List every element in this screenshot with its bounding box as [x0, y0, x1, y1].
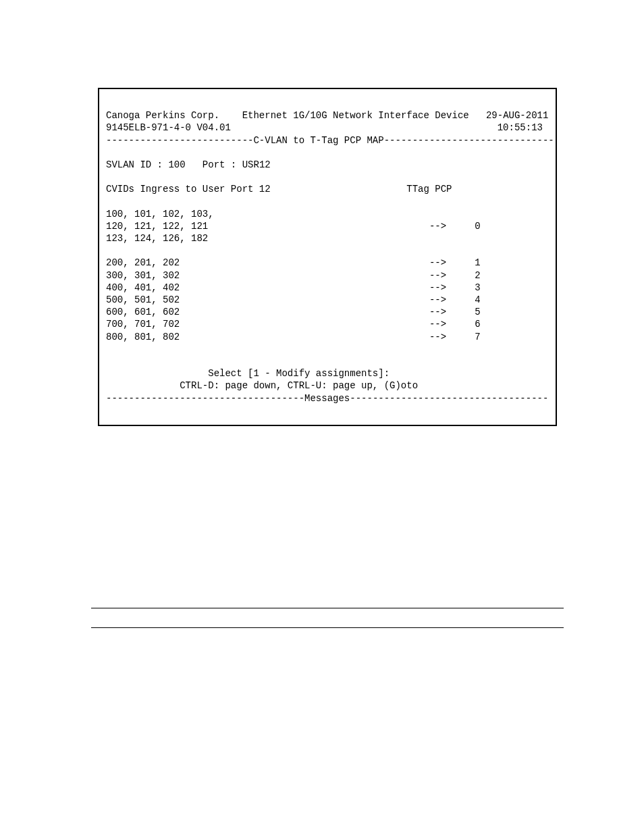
row-arrow: -->: [429, 332, 446, 342]
row-pcp: 2: [475, 270, 480, 281]
cvids-ttag-header: CVIDs Ingress to User Port 12 TTag PCP: [106, 184, 452, 194]
group0-line1: 100, 101, 102, 103,: [106, 209, 214, 219]
port-value: USR12: [242, 159, 271, 170]
group0-line2: 120, 121, 122, 121 --> 0: [106, 221, 481, 232]
header-line2: 9145ELB-971-4-0 V04.01 10:55:13: [106, 122, 543, 133]
group0-arrow: -->: [429, 221, 446, 232]
row-pcp: 4: [475, 294, 480, 305]
row-arrow: -->: [429, 319, 446, 330]
company-name: Canoga Perkins Corp.: [106, 110, 219, 121]
group0-pcp: 0: [475, 221, 480, 232]
row-pcp: 5: [475, 307, 480, 317]
port-label: Port :: [203, 159, 236, 170]
table-row: 200, 201, 202 --> 1: [106, 257, 481, 268]
table-row: 800, 801, 802 --> 7: [106, 332, 481, 342]
hr-top: [91, 608, 564, 608]
row-arrow: -->: [429, 294, 446, 305]
cvids-header: CVIDs Ingress to User Port 12: [106, 184, 271, 194]
model: 9145ELB-971-4-0 V04.01: [106, 122, 231, 133]
row-pcp: 6: [475, 319, 480, 330]
table-row: 500, 501, 502 --> 4: [106, 294, 481, 305]
group0-cvids-2: 120, 121, 122, 121: [106, 221, 208, 232]
blank-5: [106, 344, 111, 355]
row-cvids: 600, 601, 602: [106, 307, 180, 317]
svlan-id: 100: [168, 159, 185, 170]
table-row: 700, 701, 702 --> 6: [106, 319, 481, 330]
terminal-screen: Canoga Perkins Corp. Ethernet 1G/10G Net…: [98, 88, 557, 426]
row-arrow: -->: [429, 307, 446, 317]
row-arrow: -->: [429, 282, 446, 293]
table-row: 400, 401, 402 --> 3: [106, 282, 481, 293]
nav-help: CTRL-D: page down, CTRL-U: page up, (G)o…: [106, 380, 418, 391]
row-arrow: -->: [429, 270, 446, 281]
header-line1: Canoga Perkins Corp. Ethernet 1G/10G Net…: [106, 110, 548, 121]
row-cvids: 400, 401, 402: [106, 282, 180, 293]
row-cvids: 800, 801, 802: [106, 332, 180, 342]
blank-1: [106, 147, 111, 158]
svlan-port-line: SVLAN ID : 100 Port : USR12: [106, 159, 271, 170]
hr-bottom: [91, 627, 564, 628]
row-arrow: -->: [429, 257, 446, 268]
date: 29-AUG-2011: [486, 110, 548, 121]
select-prompt[interactable]: Select [1 - Modify assignments]:: [106, 368, 390, 379]
blank-4: [106, 245, 111, 256]
row-cvids: 700, 701, 702: [106, 319, 180, 330]
row-pcp: 3: [475, 282, 480, 293]
row-cvids: 200, 201, 202: [106, 257, 180, 268]
messages-divider: -----------------------------------Messa…: [106, 393, 548, 404]
row-cvids: 300, 301, 302: [106, 270, 180, 281]
row-pcp: 7: [475, 332, 480, 342]
device-desc: Ethernet 1G/10G Network Interface Device: [242, 110, 469, 121]
table-row: 600, 601, 602 --> 5: [106, 307, 481, 317]
blank-2: [106, 172, 111, 182]
ttag-header: TTag PCP: [406, 184, 452, 194]
section-title: C-VLAN to T-Tag PCP MAP: [253, 135, 383, 146]
row-pcp: 1: [475, 257, 480, 268]
blank-3: [106, 197, 111, 207]
svlan-label: SVLAN ID :: [106, 159, 163, 170]
blank-6: [106, 356, 111, 367]
table-row: 300, 301, 302 --> 2: [106, 270, 481, 281]
section-divider: --------------------------C-VLAN to T-Ta…: [106, 135, 554, 146]
messages-title: Messages: [304, 393, 350, 404]
page-rules: [91, 608, 564, 647]
group0-line3: 123, 124, 126, 182: [106, 233, 208, 244]
time: 10:55:13: [498, 122, 543, 133]
row-cvids: 500, 501, 502: [106, 294, 180, 305]
